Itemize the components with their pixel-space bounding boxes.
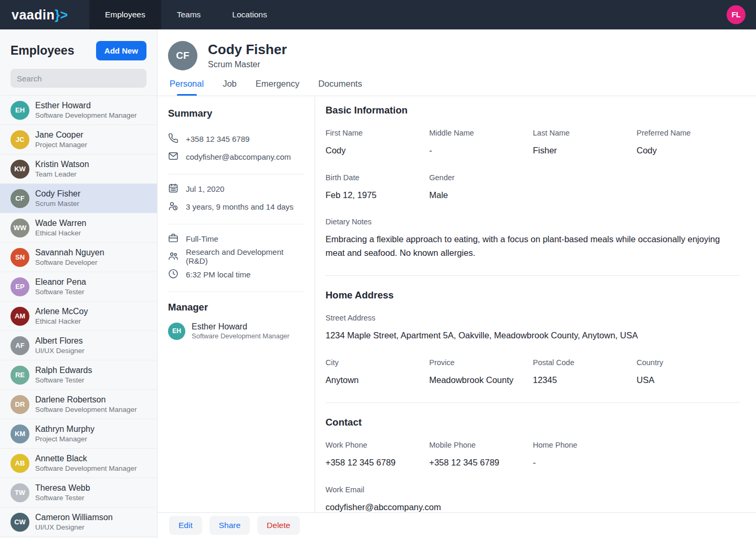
vaadin-logo[interactable]: vaadin}> <box>0 7 89 23</box>
tab-documents[interactable]: Documents <box>318 79 362 96</box>
employee-role: Software Tester <box>35 376 92 385</box>
field-label: Postal Code <box>533 358 628 367</box>
summary-group: Full-Time Research and Development (R&D)… <box>168 226 304 289</box>
search-input[interactable] <box>10 69 146 88</box>
summary-item: +358 12 345 6789 <box>168 130 304 148</box>
tab-personal[interactable]: Personal <box>170 79 204 96</box>
manager-section: Manager EH Esther Howard Software Develo… <box>168 294 304 341</box>
manager-role: Software Development Manager <box>192 332 289 341</box>
employee-avatar: JC <box>10 130 29 149</box>
employee-list-item[interactable]: CF Cody Fisher Scrum Master <box>0 184 157 213</box>
field-country: CountryUSA <box>637 358 741 387</box>
employee-role: Ethical Hacker <box>35 229 87 238</box>
field-city: CityAnytown <box>326 358 429 387</box>
employee-role: Software Development Manager <box>35 111 137 120</box>
section-divider <box>326 402 740 403</box>
employee-list-item[interactable]: AF Albert Flores UI/UX Designer <box>0 331 157 360</box>
employee-list-item[interactable]: RE Ralph Edwards Software Tester <box>0 360 157 390</box>
employee-name: Kristin Watson <box>35 159 89 170</box>
nav-item-employees[interactable]: Employees <box>89 0 161 29</box>
employee-avatar: DR <box>10 395 29 414</box>
employee-list-item[interactable]: KM Kathryn Murphy Project Manager <box>0 419 157 449</box>
employee-list-item[interactable]: SN Savannah Nguyen Software Developer <box>0 243 157 272</box>
employee-role: Software Tester <box>35 287 86 297</box>
employee-list-item[interactable]: AB Annette Black Software Development Ma… <box>0 449 157 478</box>
employee-list-item[interactable]: CW Cameron Williamson UI/UX Designer <box>0 508 157 537</box>
summary-item: 3 years, 9 months and 14 days <box>168 198 304 215</box>
briefcase-icon <box>168 233 178 245</box>
employee-detail-panel: CF Cody Fisher Scrum Master PersonalJobE… <box>158 29 756 538</box>
employee-name: Darlene Robertson <box>35 395 137 405</box>
phone-icon <box>168 133 178 145</box>
employee-list-item[interactable]: WW Wade Warren Ethical Hacker <box>0 213 157 243</box>
employee-avatar: SN <box>10 248 29 267</box>
logo-text: vaadin <box>12 7 55 22</box>
employee-list-item[interactable]: TW Theresa Webb Software Tester <box>0 478 157 508</box>
detail-body: Summary +358 12 345 6789 codyfisher@abcc… <box>158 96 756 538</box>
nav-item-locations[interactable]: Locations <box>216 0 282 29</box>
employee-name: Savannah Nguyen <box>35 247 104 258</box>
share-button[interactable]: Share <box>209 516 250 535</box>
employee-avatar: AM <box>10 307 29 326</box>
tenure-icon <box>168 201 178 213</box>
app-layout: Employees Add New EH Esther Howard Softw… <box>0 29 756 538</box>
employee-name: Theresa Webb <box>35 483 90 493</box>
employee-avatar: CW <box>10 513 29 532</box>
field-value: Cody <box>637 144 732 158</box>
page-title: Cody Fisher <box>208 42 287 58</box>
mail-icon <box>168 151 178 163</box>
employee-list-item[interactable]: EP Eleanor Pena Software Tester <box>0 272 157 302</box>
summary-item: codyfisher@abccompany.com <box>168 148 304 165</box>
summary-divider <box>168 292 304 292</box>
employee-name: Kathryn Murphy <box>35 424 94 434</box>
employee-role: UI/UX Designer <box>35 346 85 356</box>
field-value: Meadowbrook County <box>429 374 525 387</box>
field-label: Provice <box>429 358 525 367</box>
employee-list-item[interactable]: EH Esther Howard Software Development Ma… <box>0 96 157 125</box>
manager-card[interactable]: EH Esther Howard Software Development Ma… <box>168 322 304 341</box>
employee-name: Cody Fisher <box>35 189 80 199</box>
employee-avatar: EH <box>10 101 29 120</box>
employee-name: Wade Warren <box>35 218 87 229</box>
section-title: Home Address <box>326 289 740 301</box>
employee-avatar: TW <box>10 483 29 502</box>
summary-item: Jul 1, 2020 <box>168 180 304 198</box>
top-nav-items: EmployeesTeamsLocations <box>89 0 283 29</box>
profile-header: CF Cody Fisher Scrum Master PersonalJobE… <box>158 29 756 96</box>
summary-item: 6:32 PM local time <box>168 265 304 283</box>
employee-role: Ethical Hacker <box>35 317 88 326</box>
field-work-email: Work Emailcodyfisher@abccompany.com <box>326 485 740 514</box>
field-gender: GenderMale <box>429 173 741 202</box>
search-container <box>10 69 146 88</box>
employee-role: Project Manager <box>35 434 94 444</box>
employee-avatar: AF <box>10 336 29 355</box>
employee-list-item[interactable]: JC Jane Cooper Project Manager <box>0 125 157 154</box>
nav-item-teams[interactable]: Teams <box>161 0 217 29</box>
employee-name: Albert Flores <box>35 336 85 346</box>
user-avatar[interactable]: FL <box>727 5 746 24</box>
employee-list-item[interactable]: KW Kristin Watson Team Leader <box>0 154 157 184</box>
employee-list-item[interactable]: AM Arlene McCoy Ethical Hacker <box>0 302 157 331</box>
manager-title: Manager <box>168 302 304 313</box>
employee-role: Software Development Manager <box>35 405 137 415</box>
field-value: +358 12 345 6789 <box>429 456 525 470</box>
field-label: Country <box>637 358 732 367</box>
team-icon <box>168 251 178 263</box>
employee-avatar: KM <box>10 425 29 443</box>
field-label: City <box>326 358 421 367</box>
tab-job[interactable]: Job <box>223 79 237 96</box>
employee-name: Eleanor Pena <box>35 277 86 287</box>
tab-emergency[interactable]: Emergency <box>256 79 299 96</box>
field-label: First Name <box>326 129 421 137</box>
delete-button[interactable]: Delete <box>257 516 300 535</box>
field-value: 12345 <box>533 374 628 387</box>
add-new-button[interactable]: Add New <box>96 41 146 60</box>
summary-column: Summary +358 12 345 6789 codyfisher@abcc… <box>158 96 315 538</box>
edit-button[interactable]: Edit <box>169 516 202 535</box>
field-label: Dietary Notes <box>326 218 732 226</box>
field-label: Mobile Phone <box>429 441 525 449</box>
field-label: Street Address <box>326 314 732 322</box>
summary-groups: +358 12 345 6789 codyfisher@abccompany.c… <box>168 127 304 292</box>
employee-list-item[interactable]: DR Darlene Robertson Software Developmen… <box>0 390 157 419</box>
field-work-phone: Work Phone+358 12 345 6789 <box>326 441 429 470</box>
